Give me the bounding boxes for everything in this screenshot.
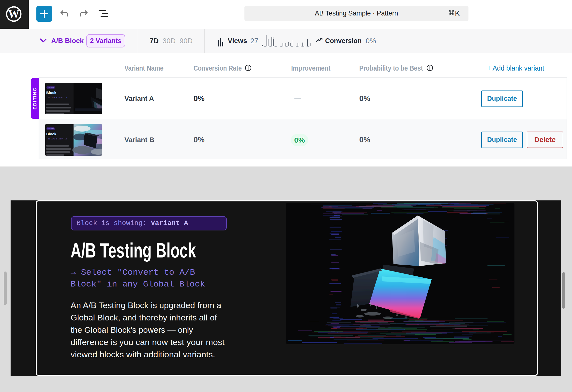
- svg-text:W: W: [8, 8, 19, 20]
- svg-text:to A/B Block" in: to A/B Block" in: [48, 138, 67, 140]
- svg-text:Variant B: Variant B: [48, 128, 55, 130]
- svg-text:An A/B Testing Block is upgrad: An A/B Testing Block is upgraded from a: [71, 301, 222, 310]
- svg-text:Probability to be Best: Probability to be Best: [359, 64, 423, 72]
- svg-text:difference is you can now test: difference is you can now test your most: [71, 338, 224, 347]
- svg-text:to A/B Block" in: to A/B Block" in: [48, 96, 67, 99]
- svg-text:the Global Block’s powers — on: the Global Block’s powers — only: [71, 325, 193, 334]
- svg-text:Improvement: Improvement: [291, 64, 331, 72]
- svg-text:Variant A: Variant A: [48, 87, 54, 88]
- svg-text:Block" in any Global Block: Block" in any Global Block: [71, 280, 205, 289]
- svg-text:viewed blocks with additional: viewed blocks with additional variants.: [71, 350, 215, 359]
- svg-text:→ Select "Convert to A/B: → Select "Convert to A/B: [71, 268, 195, 277]
- svg-text:A/B Testing Block: A/B Testing Block: [71, 240, 196, 262]
- svg-text:Block: Block: [46, 132, 57, 136]
- svg-text:+ Add blank variant: + Add blank variant: [487, 64, 544, 72]
- svg-text:Variant Name: Variant Name: [125, 64, 163, 72]
- svg-text:Conversion Rate: Conversion Rate: [193, 64, 242, 72]
- svg-text:Block: Block: [46, 91, 57, 95]
- svg-text:Global Block, and thereby inhe: Global Block, and thereby inherits all o…: [71, 313, 217, 322]
